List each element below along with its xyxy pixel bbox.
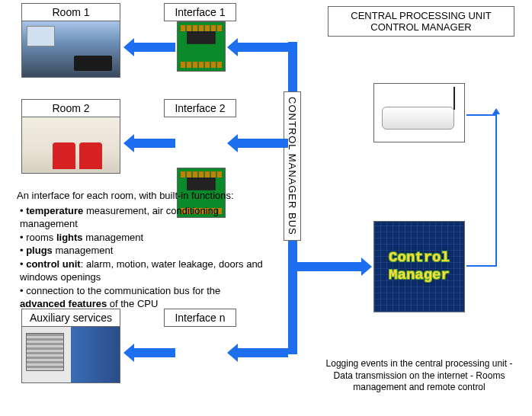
description-item: temperature measurement, air conditionin… <box>20 204 268 231</box>
description-heading: An interface for each room, with built-i… <box>17 189 268 203</box>
room2-image <box>21 117 120 174</box>
arrow-ifn-to-aux <box>134 348 175 357</box>
interfacen-label: Interface n <box>164 309 236 327</box>
arrow-bus-to-if1 <box>238 43 288 52</box>
description-list: temperature measurement, air conditionin… <box>17 204 268 311</box>
router-body-icon <box>382 107 454 130</box>
room1-label: Room 1 <box>21 3 120 21</box>
interface1-image <box>177 21 226 72</box>
arrow-if2-to-room2 <box>134 139 175 148</box>
description-item: control unit: alarm, motion, water leaka… <box>20 258 268 284</box>
interface1-label: Interface 1 <box>164 3 236 21</box>
description-item: connection to the communication bus for … <box>20 284 268 311</box>
control-manager-image: ControlManager <box>373 221 465 312</box>
aux-image <box>21 326 120 383</box>
arrow-bus-to-cm <box>297 262 361 271</box>
arrow-if1-to-room1 <box>134 43 175 52</box>
router-image <box>373 83 465 142</box>
cpu-header: CENTRAL PROCESSING UNIT CONTROL MANAGER <box>328 6 514 37</box>
description-item: rooms lights management <box>20 231 268 245</box>
description-item: plugs management <box>20 244 268 258</box>
description-block: An interface for each room, with built-i… <box>17 189 268 311</box>
room1-image <box>21 21 120 78</box>
cpu-header-line1: CENTRAL PROCESSING UNIT <box>335 10 508 21</box>
interface2-label: Interface 2 <box>164 99 236 117</box>
link-router-h2 <box>466 265 497 267</box>
arrow-bus-to-ifn <box>238 348 288 357</box>
cpu-header-line2: CONTROL MANAGER <box>335 21 508 33</box>
router-antenna-icon <box>453 87 455 110</box>
room2-label: Room 2 <box>21 99 120 117</box>
bus-label: CONTROL MANAGER BUS <box>284 91 301 241</box>
footer-text: Logging events in the central processing… <box>320 358 518 394</box>
arrow-bus-to-if2 <box>238 139 288 148</box>
control-manager-text: ControlManager <box>389 249 450 284</box>
aux-label: Auxiliary services <box>21 309 120 327</box>
link-router-v <box>495 114 497 267</box>
link-router-h1 <box>466 114 497 116</box>
